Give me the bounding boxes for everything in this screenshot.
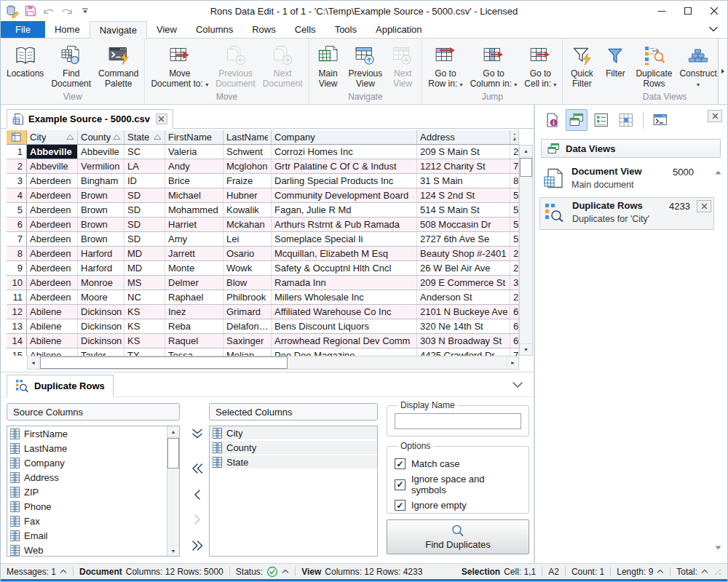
cell[interactable]: Monroe — [78, 276, 124, 290]
menu-tab-tools[interactable]: Tools — [325, 21, 366, 38]
document-tab-close-button[interactable] — [156, 113, 167, 124]
scrollbar-thumb[interactable] — [520, 158, 532, 177]
undo-button[interactable] — [41, 4, 56, 18]
scroll-up-button[interactable]: ▲ — [520, 146, 532, 157]
scroll-down-button[interactable]: ▼ — [167, 545, 179, 556]
cell[interactable]: Raphael — [165, 290, 223, 304]
cell[interactable]: Raquel — [165, 334, 223, 348]
scroll-down-button[interactable]: ▼ — [520, 343, 532, 355]
scroll-left-button[interactable]: ◄ — [28, 356, 39, 369]
resize-grip[interactable] — [714, 568, 721, 575]
ribbon-button-command-palette[interactable]: CommandPalette — [95, 41, 142, 92]
cell[interactable]: Andy — [165, 159, 223, 173]
cell[interactable]: Abbeville — [27, 159, 78, 173]
source-column-fax[interactable]: Fax — [7, 514, 179, 528]
cell[interactable]: Abilene — [27, 319, 78, 333]
cell[interactable]: Harford — [78, 261, 124, 275]
cell[interactable]: Brice — [165, 174, 223, 188]
cell[interactable]: Amy — [165, 232, 223, 246]
ribbon-button-filter[interactable]: Filter — [598, 41, 632, 92]
row-number[interactable]: 9 — [7, 261, 27, 275]
grid-vertical-scrollbar[interactable]: ▲ ▼ — [519, 145, 533, 356]
view-item-duplicate-rows[interactable]: Duplicate Rows 4233 Duplicates for 'City… — [539, 197, 714, 230]
cell[interactable]: Corrozi Homes Inc — [272, 145, 417, 159]
ribbon-button-go-to-column-in[interactable]: Go toColumn in: ▾ — [467, 41, 521, 92]
cell[interactable]: 4425 Crawford Dr — [417, 348, 510, 356]
cell[interactable]: Philbrook — [223, 290, 272, 304]
list-vertical-scrollbar[interactable]: ▲ ▼ — [167, 426, 179, 556]
document-info-button[interactable] — [541, 109, 563, 131]
scroll-right-button[interactable]: ► — [507, 356, 518, 369]
cell[interactable]: Abilene — [27, 334, 78, 348]
view-item-document-view[interactable]: Document View 5000 Main document — [539, 164, 714, 194]
column-header-city[interactable]: City — [27, 130, 78, 144]
cell[interactable]: Someplace Special Ii — [272, 232, 417, 246]
cell[interactable]: Anderson St — [417, 290, 510, 304]
status-length[interactable]: Length: 9 — [617, 567, 664, 577]
properties-button[interactable] — [590, 109, 612, 131]
cell[interactable]: Abilene — [27, 305, 78, 319]
column-header-lastname[interactable]: LastName — [223, 130, 272, 144]
cell[interactable]: Delafon… — [223, 319, 272, 333]
cell[interactable]: SD — [124, 232, 165, 246]
cell[interactable]: Aberdeen — [27, 232, 78, 246]
cell[interactable]: Pee Dee Magazine — [272, 348, 417, 356]
cell[interactable]: Safety & Occuptnl Hlth Cncl — [272, 261, 417, 275]
cell[interactable]: Dickinson — [78, 305, 124, 319]
cell[interactable]: Harriet — [165, 218, 223, 231]
source-columns-list[interactable]: FirstNameLastNameCompanyAddressZIPPhoneF… — [7, 426, 180, 557]
cell[interactable]: MS — [124, 276, 165, 290]
cell[interactable]: 6 — [510, 319, 519, 333]
cell[interactable]: Aberdeen — [27, 261, 78, 275]
cell[interactable]: 3 — [510, 276, 519, 290]
tab-duplicate-rows[interactable]: Duplicate Rows — [7, 375, 114, 397]
cell[interactable]: Michael — [165, 188, 223, 202]
row-number[interactable]: 15 — [7, 348, 27, 356]
cell[interactable]: SD — [124, 218, 165, 231]
cell[interactable]: Bens Discount Liquors — [272, 319, 417, 333]
close-button[interactable] — [701, 1, 727, 21]
scroll-up-button[interactable]: ▲ — [167, 426, 179, 437]
column-header-firstname[interactable]: FirstName — [165, 130, 223, 144]
status-health[interactable]: Status: — [236, 566, 289, 578]
cell[interactable]: Aberdeen — [27, 174, 78, 188]
cell[interactable]: KS — [124, 305, 165, 319]
cell[interactable]: Arrowhead Regional Dev Comm — [272, 334, 417, 348]
cell[interactable]: 7 — [510, 348, 519, 356]
find-duplicates-button[interactable]: Find Duplicates — [387, 519, 529, 554]
checkbox-icon[interactable]: ✓ — [395, 458, 405, 469]
cell[interactable]: Brown — [78, 232, 124, 246]
cell[interactable]: 31 S Main — [417, 174, 510, 188]
cell[interactable]: Aberdeen — [27, 276, 78, 290]
panel-collapse-button[interactable] — [512, 381, 523, 388]
selected-column-city[interactable]: City — [210, 426, 377, 441]
cell[interactable]: 8 — [510, 174, 519, 188]
ribbon-button-quick-filter[interactable]: QuickFilter — [565, 41, 598, 92]
cell[interactable]: LA — [124, 159, 165, 173]
cell[interactable]: TX — [124, 348, 165, 356]
option-ignore-empty[interactable]: ✓Ignore empty — [395, 500, 521, 511]
add-all-button[interactable] — [187, 537, 207, 554]
cell[interactable]: 209 S Main St — [417, 145, 510, 159]
ribbon-button-duplicate-rows[interactable]: DuplicateRows — [632, 41, 676, 92]
checkbox-icon[interactable]: ✓ — [395, 479, 405, 490]
row-number[interactable]: 1 — [7, 145, 27, 159]
status-total[interactable]: Total: — [676, 567, 708, 577]
cell[interactable]: 2 — [510, 261, 519, 275]
selected-columns-list[interactable]: CityCountyState — [209, 426, 378, 557]
cell[interactable]: Brown — [78, 188, 124, 202]
cell[interactable]: Aberdeen — [27, 247, 78, 260]
cell[interactable]: Dickinson — [78, 334, 124, 348]
remove-selected-button[interactable] — [187, 486, 207, 503]
option-match-case[interactable]: ✓Match case — [395, 458, 521, 469]
menu-tab-application[interactable]: Application — [366, 21, 432, 38]
cell[interactable]: Brown — [78, 203, 124, 217]
row-number[interactable]: 13 — [7, 319, 27, 333]
cell-view-button[interactable] — [615, 109, 637, 131]
menu-tab-file[interactable]: File — [1, 21, 45, 38]
cell[interactable]: 6 — [510, 305, 519, 319]
row-number[interactable]: 6 — [7, 218, 27, 231]
cell[interactable]: Arthurs Rstrnt & Pub Ramada — [272, 218, 417, 231]
row-number[interactable]: 2 — [7, 159, 27, 173]
cell[interactable]: Inez — [165, 305, 223, 319]
